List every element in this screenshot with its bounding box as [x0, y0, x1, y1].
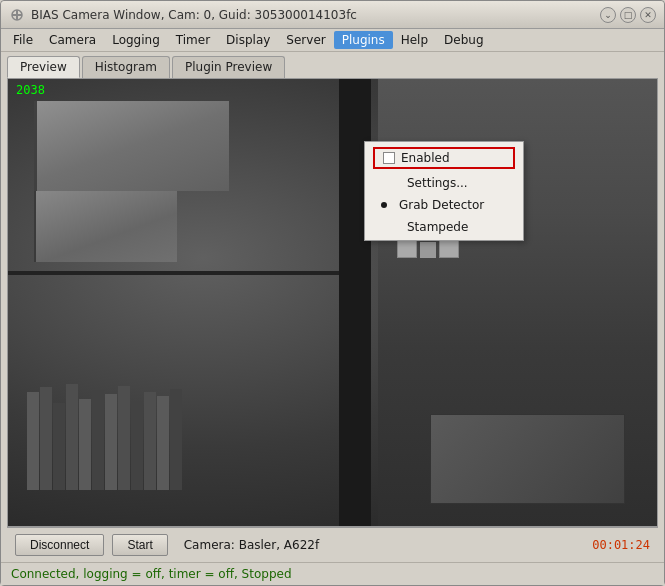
window-title: BIAS Camera Window, Cam: 0, Guid: 305300… — [31, 8, 357, 22]
enabled-checkbox[interactable] — [383, 152, 395, 164]
bottom-right-object — [430, 414, 625, 503]
menubar: File Camera Logging Timer Display Server… — [1, 29, 664, 52]
menu-item-enabled[interactable]: Enabled — [365, 144, 523, 172]
frame-number: 2038 — [16, 83, 45, 97]
book-5 — [79, 399, 91, 491]
camera-preview: 2038 — [8, 79, 657, 526]
settings-label: Settings... — [407, 176, 468, 190]
menu-camera[interactable]: Camera — [41, 31, 104, 49]
menu-display[interactable]: Display — [218, 31, 278, 49]
book-8 — [118, 386, 130, 490]
menu-item-stampede[interactable]: Stampede — [365, 216, 523, 238]
book-4 — [66, 384, 78, 490]
tab-preview[interactable]: Preview — [7, 56, 80, 78]
menu-file[interactable]: File — [5, 31, 41, 49]
book-1 — [27, 392, 39, 490]
book-12 — [170, 389, 182, 491]
camera-info: Camera: Basler, A622f — [184, 538, 319, 552]
content-area: 2038 — [7, 78, 658, 527]
enabled-label: Enabled — [401, 151, 450, 165]
menu-server[interactable]: Server — [278, 31, 333, 49]
menu-logging[interactable]: Logging — [104, 31, 168, 49]
maximize-button[interactable]: □ — [620, 7, 636, 23]
disconnect-button[interactable]: Disconnect — [15, 534, 104, 556]
book-2 — [40, 387, 52, 490]
bullet-icon — [381, 202, 387, 208]
tab-histogram[interactable]: Histogram — [82, 56, 170, 78]
menu-help[interactable]: Help — [393, 31, 436, 49]
camera-image — [8, 79, 657, 526]
bottom-bar: Disconnect Start Camera: Basler, A622f 0… — [7, 527, 658, 562]
menu-debug[interactable]: Debug — [436, 31, 491, 49]
main-window: BIAS Camera Window, Cam: 0, Guid: 305300… — [0, 0, 665, 586]
book-9 — [131, 402, 143, 490]
status-text: Connected, logging = off, timer = off, S… — [11, 567, 292, 581]
book-3 — [53, 403, 65, 490]
minimize-button[interactable]: ⌄ — [600, 7, 616, 23]
titlebar: BIAS Camera Window, Cam: 0, Guid: 305300… — [1, 1, 664, 29]
menu-plugins[interactable]: Plugins — [334, 31, 393, 49]
book-6 — [92, 390, 104, 491]
stampede-label: Stampede — [407, 220, 468, 234]
titlebar-left: BIAS Camera Window, Cam: 0, Guid: 305300… — [9, 7, 357, 23]
shelf-line — [8, 271, 345, 275]
books-area — [27, 379, 332, 491]
menu-timer[interactable]: Timer — [168, 31, 218, 49]
close-button[interactable]: ✕ — [640, 7, 656, 23]
app-icon — [9, 7, 25, 23]
box-mid — [34, 191, 177, 263]
book-7 — [105, 394, 117, 490]
grab-detector-label: Grab Detector — [399, 198, 484, 212]
menu-item-grab-detector[interactable]: Grab Detector — [365, 194, 523, 216]
start-button[interactable]: Start — [112, 534, 167, 556]
plugins-dropdown: Enabled Settings... Grab Detector Stampe… — [364, 141, 524, 241]
shelf-item-2 — [420, 242, 436, 258]
menu-item-settings[interactable]: Settings... — [365, 172, 523, 194]
book-10 — [144, 392, 156, 490]
box-top — [34, 101, 229, 190]
tab-plugin-preview[interactable]: Plugin Preview — [172, 56, 285, 78]
timer-display: 00:01:24 — [592, 538, 650, 552]
statusbar: Connected, logging = off, timer = off, S… — [1, 562, 664, 585]
window-controls: ⌄ □ ✕ — [600, 7, 656, 23]
tabs-row: Preview Histogram Plugin Preview — [1, 52, 664, 78]
book-11 — [157, 396, 169, 490]
